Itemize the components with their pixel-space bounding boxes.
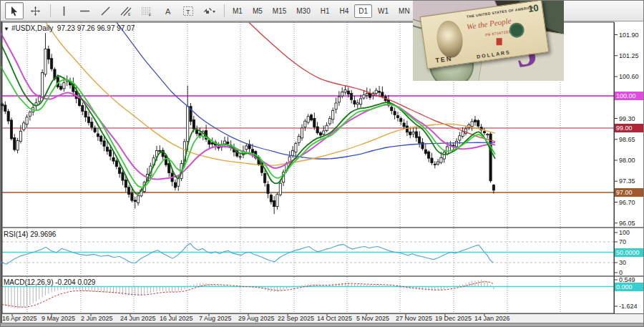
- cursor-tool[interactable]: [5, 2, 24, 19]
- symbol-title: ▼#USDX,Daily 97.23 97.26 96.97 97.07: [4, 24, 135, 32]
- toolbar-separator: [224, 4, 225, 17]
- text-box-tool[interactable]: T: [179, 2, 197, 19]
- price-level-badge: 97.00: [615, 188, 644, 197]
- ohlc-values: 97.23 97.26 96.97 97.07: [57, 24, 135, 32]
- timeframe-h1[interactable]: H1: [316, 4, 334, 18]
- time-axis-label: 24 Jun 2025: [120, 315, 156, 322]
- red-seal-mark: [497, 38, 502, 45]
- macd-level-badge: 0.000: [615, 283, 644, 291]
- drawing-tools-group: EFAT: [5, 2, 228, 19]
- time-axis-label: 7 Aug 2025: [199, 315, 232, 322]
- timeframe-d1[interactable]: D1: [354, 4, 372, 18]
- time-axis-label: 14 Oct 2025: [317, 315, 352, 322]
- time-axis-label: 16 Jul 2025: [160, 315, 193, 322]
- vertical-line-tool[interactable]: [54, 2, 73, 19]
- rsi-tick-label: 0: [619, 269, 623, 276]
- arrows-icon: [201, 6, 217, 16]
- time-axis-label: 22 Sep 2025: [278, 315, 314, 322]
- hamilton-portrait: [434, 19, 465, 60]
- timeframe-group: M1M5M15M30H1H4D1W1MN: [228, 4, 416, 18]
- chart-marker-icon: ▼: [4, 26, 9, 32]
- symbol-label: #USDX,Daily: [11, 24, 53, 32]
- dollar-bills-photo: 5 THE UNITED STATES OF AMERICA PB 875972…: [413, 1, 564, 81]
- price-tick-label: 99.30: [619, 115, 635, 122]
- time-axis-label: 19 Dec 2025: [435, 315, 472, 322]
- timeframe-m15[interactable]: M15: [268, 4, 291, 18]
- price-tick-label: 98.65: [619, 136, 635, 143]
- trendline-icon: [100, 6, 111, 16]
- ten-text: TEN: [435, 55, 453, 64]
- rsi-level-badge: 50.0000: [615, 248, 644, 257]
- fibonacci-tool[interactable]: F: [137, 2, 156, 19]
- horizontal-line-tool[interactable]: [75, 2, 94, 19]
- price-tick-label: 101.25: [619, 52, 639, 59]
- timeframe-w1[interactable]: W1: [374, 4, 393, 18]
- price-tick-label: 97.35: [619, 177, 635, 185]
- svg-text:E: E: [128, 12, 131, 16]
- rsi-tick-label: 70: [619, 238, 626, 245]
- mt-terminal-window: EFAT M1M5M15M30H1H4D1W1MN ▼#USDX,Daily 9…: [0, 0, 644, 327]
- cursor-icon: [9, 6, 20, 16]
- timeframe-m5[interactable]: M5: [248, 4, 267, 18]
- price-tick-label: 101.90: [619, 31, 639, 39]
- fibonacci-icon: F: [141, 6, 152, 16]
- ten-numeral: 10: [527, 2, 539, 14]
- time-axis-label: 16 Apr 2025: [2, 315, 37, 322]
- price-tick-label: 96.05: [619, 220, 635, 227]
- time-axis-label: 29 Aug 2025: [238, 315, 275, 322]
- text-label-tool[interactable]: A: [158, 2, 177, 19]
- trendline-tool[interactable]: [96, 2, 114, 19]
- text-box-icon: T: [182, 6, 194, 16]
- time-axis-label: 9 May 2025: [42, 315, 75, 322]
- time-axis-label: 14 Jan 2026: [474, 315, 510, 322]
- treasury-seal-icon: [508, 21, 525, 39]
- time-axis-label: 5 Nov 2025: [356, 315, 389, 322]
- vertical-line-icon: [59, 6, 69, 16]
- rsi-tick-label: 30: [619, 259, 626, 266]
- macd-indicator-label: MACD(12,26,9) -0.204 0.029: [4, 278, 95, 286]
- timeframe-mn[interactable]: MN: [394, 4, 414, 18]
- price-tick-label: 100.60: [619, 73, 639, 80]
- time-axis-label: 27 Nov 2025: [396, 315, 432, 322]
- toolbar-separator: [50, 4, 51, 17]
- timeframe-m30[interactable]: M30: [292, 4, 314, 18]
- macd-tick-label: -1.624: [619, 303, 638, 310]
- crosshair-icon: [30, 6, 41, 16]
- price-level-badge: 99.00: [615, 124, 644, 132]
- timeframe-m1[interactable]: M1: [228, 4, 247, 18]
- price-tick-label: 98.00: [619, 157, 635, 164]
- price-tick-label: 96.70: [619, 199, 635, 206]
- horizontal-line-icon: [79, 6, 90, 16]
- price-level-badge: 100.00: [615, 92, 644, 100]
- arrows-tool[interactable]: [200, 2, 218, 19]
- svg-text:T: T: [186, 8, 190, 15]
- crosshair-tool[interactable]: [26, 2, 44, 19]
- bill-script-text: We the People: [466, 16, 512, 31]
- timeframe-h4[interactable]: H4: [336, 4, 353, 18]
- rsi-tick-label: 100: [619, 229, 630, 236]
- rsi-indicator-label: RSI(14) 29.9696: [4, 230, 56, 238]
- channel-icon: E: [120, 6, 132, 16]
- text-a-icon: A: [162, 6, 173, 16]
- svg-text:F: F: [149, 13, 151, 16]
- svg-text:A: A: [165, 7, 171, 16]
- dollars-text: DOLLARS: [477, 49, 511, 59]
- time-axis-label: 2 Jun 2025: [81, 315, 113, 322]
- equidistant-channel-tool[interactable]: E: [117, 2, 135, 19]
